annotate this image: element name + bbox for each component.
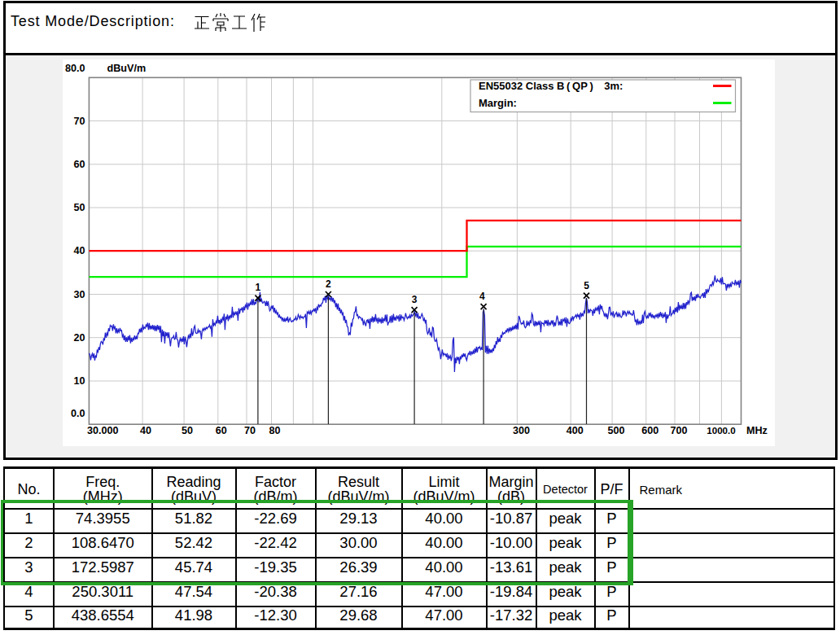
svg-text:1000.0: 1000.0 [707, 425, 735, 436]
svg-text:50: 50 [182, 425, 193, 436]
svg-text:40: 40 [140, 425, 151, 436]
svg-text:300: 300 [513, 425, 530, 436]
svg-text:10: 10 [73, 375, 85, 387]
svg-text:1: 1 [256, 282, 261, 293]
svg-text:3: 3 [412, 294, 418, 305]
svg-text:60: 60 [216, 425, 227, 436]
svg-text:4: 4 [479, 291, 485, 302]
svg-text:Margin:: Margin: [479, 97, 517, 109]
svg-text:70: 70 [244, 425, 256, 436]
svg-text:20: 20 [73, 332, 85, 344]
svg-text:50: 50 [73, 202, 85, 213]
svg-text:EN55032 Class B ( QP ) 3m:: EN55032 Class B ( QP ) 3m: [479, 80, 623, 92]
svg-text:MHz: MHz [746, 425, 768, 436]
svg-text:80.0: 80.0 [65, 63, 85, 74]
svg-text:0.0: 0.0 [71, 408, 85, 419]
svg-text:dBuV/m: dBuV/m [107, 63, 147, 74]
svg-text:30.000: 30.000 [87, 425, 119, 436]
svg-text:40: 40 [73, 245, 85, 256]
svg-text:60: 60 [73, 159, 85, 170]
svg-text:500: 500 [608, 425, 625, 436]
svg-text:80: 80 [269, 425, 280, 436]
svg-text:600: 600 [641, 425, 658, 436]
svg-text:700: 700 [670, 425, 687, 436]
svg-text:30: 30 [73, 289, 85, 300]
svg-text:400: 400 [567, 425, 584, 436]
svg-text:70: 70 [73, 116, 85, 127]
svg-text:2: 2 [326, 278, 331, 290]
svg-text:5: 5 [584, 280, 589, 291]
